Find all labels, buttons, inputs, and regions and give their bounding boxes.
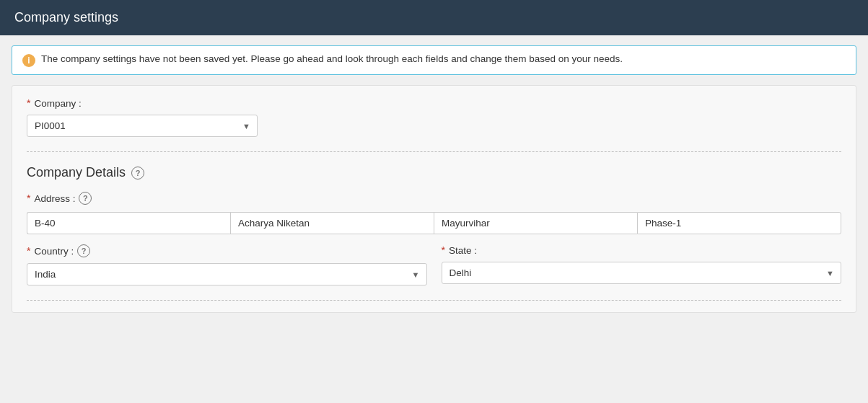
state-label: * State : [442, 244, 842, 256]
country-help-icon[interactable]: ? [77, 244, 90, 257]
address-required-star: * [27, 192, 30, 204]
country-field: * Country : ? India ▼ [27, 244, 427, 285]
address-input-row [27, 212, 841, 234]
alert-icon: i [22, 54, 35, 67]
page-header: Company settings [0, 0, 868, 35]
address-field-4[interactable] [637, 212, 841, 234]
company-details-help-icon[interactable]: ? [131, 167, 144, 180]
country-label: * Country : ? [27, 244, 427, 257]
bottom-divider [27, 300, 841, 301]
company-select-section: * Company : PI0001 ▼ [27, 97, 841, 152]
company-details-section: Company Details ? * Address : ? [27, 152, 841, 301]
company-required-star: * [27, 97, 30, 109]
address-field-2[interactable] [230, 212, 434, 234]
page-title: Company settings [14, 10, 118, 25]
company-select[interactable]: PI0001 [27, 115, 258, 137]
company-select-wrapper: PI0001 ▼ [27, 115, 258, 137]
settings-card: * Company : PI0001 ▼ Company Details ? *… [12, 85, 856, 313]
company-details-title: Company Details ? [27, 165, 841, 180]
alert-banner: i The company settings have not been sav… [12, 45, 856, 75]
address-field-3[interactable] [434, 212, 637, 234]
state-required-star: * [442, 244, 445, 256]
company-label: * Company : [27, 97, 841, 109]
alert-message: The company settings have not been saved… [41, 53, 623, 64]
address-label: * Address : ? [27, 192, 841, 205]
state-field: * State : Delhi ▼ [442, 244, 842, 285]
state-select-wrapper: Delhi ▼ [442, 262, 842, 284]
country-select[interactable]: India [27, 263, 427, 285]
country-state-row: * Country : ? India ▼ * Stat [27, 244, 841, 285]
country-select-wrapper: India ▼ [27, 263, 427, 285]
country-required-star: * [27, 245, 30, 257]
address-field-1[interactable] [27, 212, 230, 234]
address-help-icon[interactable]: ? [79, 192, 92, 205]
content-area: i The company settings have not been sav… [0, 35, 868, 323]
state-select[interactable]: Delhi [442, 262, 842, 284]
